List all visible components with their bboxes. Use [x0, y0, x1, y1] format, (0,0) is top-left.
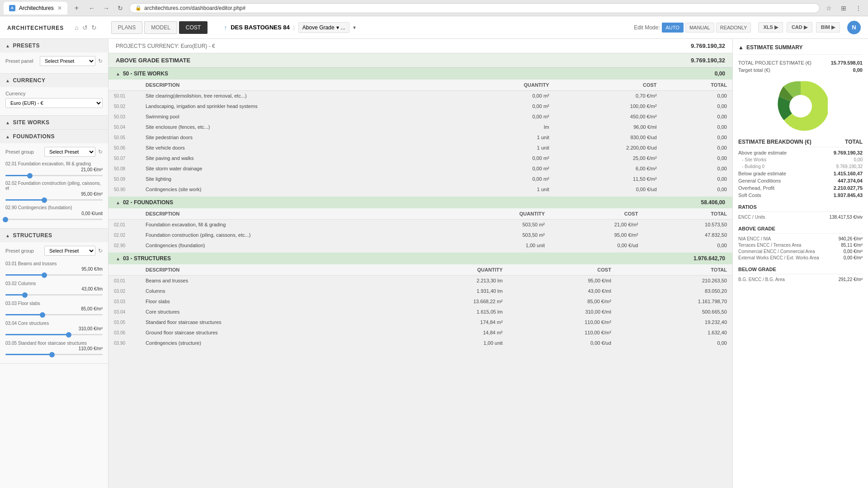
slider-columns: 03.02 Columns 43,00 €/lm [5, 280, 103, 296]
slider-columns-track[interactable] [5, 294, 103, 296]
row-cost: 0,00 €/ud [555, 184, 662, 195]
row-desc: Core structures [140, 307, 392, 317]
structures-preset-group-label: Preset group [5, 248, 42, 253]
home-icon[interactable]: ⌂ [75, 24, 78, 31]
slider-thumb[interactable] [66, 332, 71, 338]
table-row: 50.08 Site storm water drainage 0,00 m² … [108, 164, 732, 174]
slider-floor-slabs: 03.03 Floor slabs 85,00 €/m² [5, 300, 103, 315]
ratio-encc-units-value: 138.417,53 €/viv [830, 215, 863, 220]
project-scope-dropdown[interactable]: Above Grade ▾ ... [298, 22, 349, 33]
slider-thumb[interactable] [3, 217, 8, 222]
structures-preset-refresh[interactable]: ↻ [98, 248, 103, 254]
target-total-value: 0,00 [853, 67, 863, 73]
ratio-commercial-row: Commercial ENCC / Commercial Area 0,00 €… [738, 249, 863, 254]
menu-icon[interactable]: ⋮ [853, 4, 864, 13]
slider-thumb[interactable] [22, 292, 28, 298]
row-total: 1.632,40 [617, 328, 732, 338]
breakdown-general-conditions-label: General Conditions [738, 178, 781, 183]
row-code: 03.01 [108, 276, 140, 286]
currency-select[interactable]: Euro (EUR) - € [5, 98, 103, 108]
presets-section-header[interactable]: ▲ PRESETS [0, 39, 108, 52]
preset-refresh-button[interactable]: ↻ [98, 58, 103, 64]
bookmark-icon[interactable]: ☆ [823, 4, 835, 13]
project-info: ↑ DES BASTOGNES 84 | Above Grade ▾ ... ▾ [224, 22, 355, 33]
lock-icon: 🔒 [135, 5, 142, 11]
row-cost: 95,00 €/ml [508, 276, 617, 286]
slider-standard-staircase-track[interactable] [5, 354, 103, 355]
target-total-row: Target total (€) 0,00 [738, 67, 863, 73]
tab-model[interactable]: MODEL [144, 21, 177, 34]
breakdown-site-works-label: - Site Works [738, 157, 766, 162]
slider-thumb[interactable] [40, 312, 45, 318]
xls-export-button[interactable]: XLS ▶ [758, 22, 783, 33]
slider-contingencies-foundation-track[interactable] [5, 219, 103, 220]
row-cost: 0,00 €/ud [550, 240, 643, 251]
back-button[interactable]: ← [86, 4, 98, 13]
section-structures-bar[interactable]: ▲ 03 - STRUCTURES 1.976.642,70 [108, 253, 732, 264]
site-works-section-header[interactable]: ▲ SITE WORKS [0, 116, 108, 129]
row-cost: 830,00 €/ud [555, 132, 662, 143]
row-total: 0,00 [662, 112, 732, 122]
table-row: 50.90 Contingencies (site work) 1 unit 0… [108, 184, 732, 195]
breakdown-title: ESTIMATE BREAKDOWN (€) TOTAL [738, 139, 863, 147]
estimate-title-bar: ABOVE GRADE ESTIMATE 9.769.190,32 [108, 53, 732, 68]
slider-thumb[interactable] [42, 272, 47, 278]
structures-preset-select[interactable]: Select Preset [44, 246, 95, 256]
breakdown-above-grade-label: Above grade estimate [738, 150, 787, 155]
browser-tab[interactable]: A Architechtures ✕ [4, 2, 67, 14]
structures-section-header[interactable]: ▲ STRUCTURES [0, 229, 108, 242]
total-project-value: 15.779.598,01 [831, 60, 863, 66]
table-row: 50.04 Site enclosure (fences, etc...) lm… [108, 122, 732, 132]
slider-thumb[interactable] [27, 173, 33, 178]
extensions-icon[interactable]: ⊞ [838, 4, 849, 13]
preset-panel-select[interactable]: Select Preset [40, 56, 95, 66]
row-total: 0,00 [662, 184, 732, 195]
row-desc: Contingencies (foundation) [140, 240, 453, 251]
tab-favicon: A [9, 5, 15, 11]
slider-thumb[interactable] [42, 197, 47, 203]
reload-button[interactable]: ↻ [115, 4, 126, 13]
row-code: 50.01 [108, 91, 140, 101]
slider-floor-slabs-track[interactable] [5, 314, 103, 315]
new-tab-button[interactable]: + [71, 4, 82, 12]
undo-icon[interactable]: ↺ [82, 24, 88, 31]
foundations-preset-select[interactable]: Select Preset [44, 147, 95, 157]
address-bar[interactable]: 🔒 architechtures.com/dashboard/editor.ph… [129, 3, 820, 13]
row-total: 0,00 [662, 153, 732, 164]
redo-icon[interactable]: ↻ [91, 24, 97, 31]
foundations-section-header[interactable]: ▲ FOUNDATIONS [0, 130, 108, 143]
forward-button[interactable]: → [100, 4, 112, 13]
breakdown-soft-costs-value: 1.937.845,43 [834, 192, 863, 198]
row-cost: 100,00 €/m² [555, 101, 662, 112]
section-structures-title: ▲ 03 - STRUCTURES [116, 255, 171, 262]
user-avatar[interactable]: N [847, 21, 861, 34]
row-cost: 0,70 €/m² [555, 91, 662, 101]
currency-section-header[interactable]: ▲ CURRENCY [0, 74, 108, 87]
section-foundations-bar[interactable]: ▲ 02 - FOUNDATIONS 58.406,00 [108, 197, 732, 208]
slider-core-structures-track[interactable] [5, 334, 103, 335]
tab-close-icon[interactable]: ✕ [57, 5, 62, 11]
tab-cost[interactable]: COST [179, 21, 208, 34]
dropdown-arrow-icon[interactable]: ▾ [353, 24, 356, 31]
slider-foundation-excavation-track[interactable] [5, 175, 103, 176]
foundations-preset-refresh[interactable]: ↻ [98, 149, 103, 155]
slider-thumb[interactable] [49, 352, 55, 357]
section-site-works-bar[interactable]: ▲ 50 - SITE WORKS 0,00 [108, 68, 732, 80]
cad-export-button[interactable]: CAD ▶ [787, 22, 812, 33]
row-code: 02.01 [108, 220, 140, 230]
table-row: 03.04 Core structures 1.615,05 lm 310,00… [108, 307, 732, 317]
slider-floor-slabs-label: 03.03 Floor slabs [5, 301, 40, 306]
edit-mode-manual[interactable]: MANUAL [685, 23, 714, 33]
col-total-header: TOTAL [617, 264, 732, 276]
row-code: 02.02 [108, 230, 140, 240]
tab-plans[interactable]: PLANS [111, 21, 142, 34]
slider-foundation-construction-track[interactable] [5, 199, 103, 201]
slider-beams-trusses-track[interactable] [5, 274, 103, 276]
row-total: 210.263,50 [617, 276, 732, 286]
row-qty: 0,00 m² [460, 101, 555, 112]
table-row: 03.02 Columns 1.931,40 lm 43,00 €/ml 83.… [108, 286, 732, 296]
bim-export-button[interactable]: BIM ▶ [816, 22, 840, 33]
edit-mode-auto[interactable]: AUTO [662, 23, 684, 33]
row-code: 50.02 [108, 101, 140, 112]
edit-mode-readonly[interactable]: READONLY [716, 23, 751, 33]
